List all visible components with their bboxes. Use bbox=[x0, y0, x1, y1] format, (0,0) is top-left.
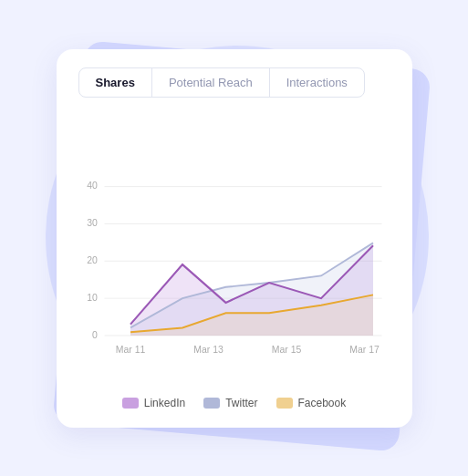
svg-text:Mar 15: Mar 15 bbox=[271, 345, 301, 355]
svg-text:20: 20 bbox=[87, 255, 98, 265]
svg-text:Mar 11: Mar 11 bbox=[115, 345, 145, 355]
tab-group: Shares Potential Reach Interactions bbox=[78, 67, 365, 98]
tab-interactions[interactable]: Interactions bbox=[270, 68, 364, 97]
legend-facebook: Facebook bbox=[276, 397, 347, 409]
chart-svg: 0 10 20 30 40 Mar 11 Mar 13 Mar 15 Mar 1… bbox=[78, 112, 390, 386]
svg-text:Mar 17: Mar 17 bbox=[349, 345, 380, 355]
legend-twitter: Twitter bbox=[203, 397, 257, 409]
twitter-swatch bbox=[203, 398, 220, 409]
svg-text:0: 0 bbox=[92, 329, 98, 339]
main-card: Shares Potential Reach Interactions 0 10… bbox=[57, 49, 412, 428]
svg-text:40: 40 bbox=[87, 181, 98, 191]
chart-legend: LinkedIn Twitter Facebook bbox=[78, 397, 390, 409]
svg-text:10: 10 bbox=[87, 293, 98, 303]
svg-text:Mar 13: Mar 13 bbox=[193, 345, 224, 355]
facebook-swatch bbox=[276, 398, 293, 409]
svg-text:30: 30 bbox=[87, 218, 98, 228]
tab-potential-reach[interactable]: Potential Reach bbox=[152, 68, 270, 97]
legend-linkedin: LinkedIn bbox=[122, 397, 185, 409]
chart-container: 0 10 20 30 40 Mar 11 Mar 13 Mar 15 Mar 1… bbox=[78, 112, 390, 386]
tab-shares[interactable]: Shares bbox=[79, 68, 152, 97]
linkedin-swatch bbox=[122, 398, 139, 409]
